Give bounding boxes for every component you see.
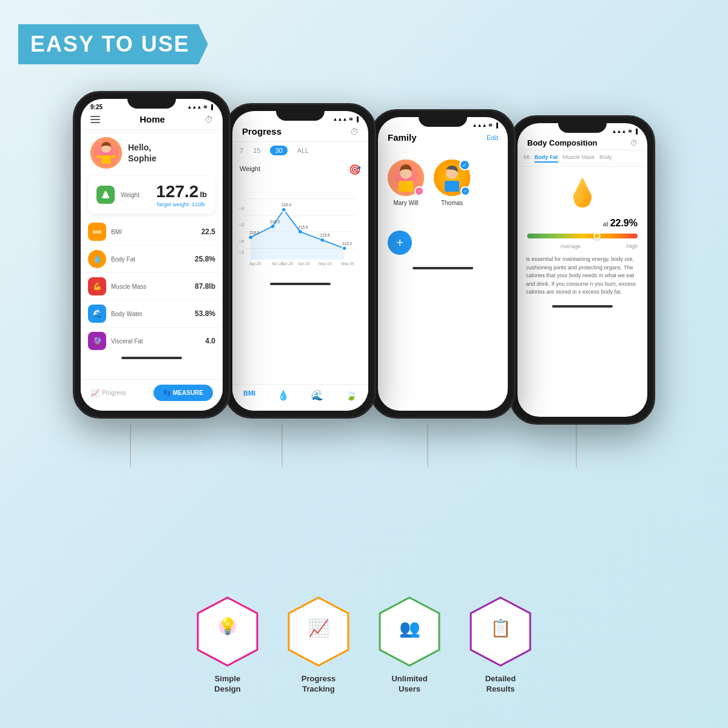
features-row: 💡 Simple Design 📈 ProgressTracking 👥 Unl… <box>30 595 698 695</box>
metrics-list: BMI BMI 22.5 💧 Body Fat 25.8% 💪 M <box>81 218 223 354</box>
mary-avatar-container: ♀ <box>388 160 424 196</box>
gauge-bar <box>527 234 638 238</box>
svg-point-10 <box>514 29 517 32</box>
svg-text:📈: 📈 <box>308 618 329 638</box>
bmi-icon: BMI <box>88 223 106 241</box>
signal-icon: ▲▲▲ <box>333 116 348 122</box>
unlimited-users-label: UnlimitedUsers <box>391 674 427 695</box>
svg-text:May-09: May-09 <box>341 261 354 266</box>
phone-4-notch <box>558 117 607 133</box>
phone-1-status-icons: ▲▲▲ ≋ ▐ <box>187 104 213 110</box>
progress-tracking-label: ProgressTracking <box>302 674 335 695</box>
wifi-icon: ≋ <box>203 104 207 110</box>
phone-2-header: Progress ⏱ <box>232 125 368 142</box>
svg-text:216.0: 216.0 <box>249 231 259 235</box>
body-fat-icon: 💧 <box>88 250 106 268</box>
gauge-labels: Average High <box>517 243 647 249</box>
phone-4-header: Body Composition ⏱ <box>517 137 647 150</box>
wifi-icon: ≋ <box>349 116 353 122</box>
edit-button[interactable]: Edit <box>487 134 498 141</box>
filter-7[interactable]: 7 <box>240 147 243 154</box>
water-nav-icon[interactable]: 🌊 <box>311 389 323 401</box>
svg-text:215.2: 215.2 <box>240 249 244 255</box>
svg-point-23 <box>104 191 107 194</box>
time-filter-bar: 7 15 30 ALL <box>232 142 368 159</box>
weight-card: Weight 127.2 lb Target weight: 110lb <box>88 176 215 214</box>
svg-text:Apr-25: Apr-25 <box>249 261 261 266</box>
muscle-icon: 💪 <box>88 277 106 295</box>
hamburger-menu[interactable] <box>90 116 100 123</box>
home-indicator-3 <box>413 267 473 269</box>
phone-1-title: Home <box>140 114 165 124</box>
muscle-mass-row: 💪 Muscle Mass 87.8lb <box>81 273 223 300</box>
home-indicator <box>121 357 182 359</box>
header-banner: EASY TO USE <box>18 24 208 64</box>
phone-family: 9:25 ▲▲▲ ≋ ▐ Family Edit <box>370 109 516 419</box>
gauge-low: Average <box>561 243 581 249</box>
female-badge: ♀ <box>414 186 424 196</box>
filter-30[interactable]: 30 <box>270 146 287 155</box>
greeting-text: Hello, Sophie <box>128 142 157 164</box>
phone-1-bottom-bar: 📈 Progress 👣 MEASURE <box>81 379 223 411</box>
svg-text:215.9: 215.9 <box>298 225 308 229</box>
battery-icon: ▐ <box>209 104 213 110</box>
progress-chart-area: Weight 🎯 216.4 216.0 215.8 215.2 <box>232 159 368 280</box>
body-fat-row: 💧 Body Fat 25.8% <box>81 246 223 273</box>
svg-text:216.0: 216.0 <box>270 220 280 224</box>
fat-nav-icon[interactable]: 💧 <box>277 389 289 401</box>
phone-2-notch <box>276 105 325 121</box>
tab-mi[interactable]: MI <box>524 154 530 163</box>
phone-1-screen: 9:25 ▲▲▲ ≋ ▐ Home ⏱ <box>81 99 223 411</box>
phone-4-screen: 9:25 ▲▲▲ ≋ ▐ Body Composition ⏱ MI Body … <box>517 123 647 417</box>
family-member-mary[interactable]: ♀ Mary Will <box>388 160 424 206</box>
phone-2-screen: 9:25 ▲▲▲ ≋ ▐ Progress ⏱ 7 15 30 ALL <box>232 111 368 411</box>
feature-simple-design: 💡 Simple Design <box>194 595 261 695</box>
svg-point-37 <box>342 246 346 251</box>
filter-15[interactable]: 15 <box>253 147 260 154</box>
easy-to-use-title: EASY TO USE <box>18 24 208 64</box>
fat-percentage: at 22.9% <box>517 218 647 229</box>
clock-icon: ⏱ <box>204 115 213 124</box>
body-water-row: 🌊 Body Water 53.8% <box>81 300 223 328</box>
svg-text:216.4: 216.4 <box>281 203 291 207</box>
muscle-nav-icon[interactable]: 🍃 <box>345 389 357 401</box>
svg-text:👥: 👥 <box>399 618 420 638</box>
thomas-avatar-container: ✓ ♂ <box>434 160 470 196</box>
unlimited-users-hexagon: 👥 <box>376 595 443 668</box>
signal-icon: ▲▲▲ <box>612 129 627 134</box>
signal-icon: ▲▲▲ <box>187 104 202 110</box>
phone-1-profile: Hello, Sophie <box>81 130 223 176</box>
svg-text:Apr-28: Apr-28 <box>281 261 294 266</box>
svg-rect-55 <box>445 181 459 192</box>
svg-text:215.2: 215.2 <box>342 241 352 246</box>
body-comp-description: is essential for maintaining energy, bod… <box>517 249 647 303</box>
filter-all[interactable]: ALL <box>297 147 309 154</box>
footprint-icon: 👣 <box>163 389 170 396</box>
fat-drop-icon <box>567 174 598 211</box>
gauge-indicator <box>593 232 601 240</box>
weight-chart: 216.4 216.0 215.8 215.2 216. <box>240 178 361 275</box>
family-member-thomas[interactable]: ✓ ♂ Thomas <box>434 160 470 206</box>
bmi-nav-icon[interactable]: BMI <box>243 389 255 401</box>
weight-icon <box>96 186 115 204</box>
tab-body[interactable]: Body <box>599 154 612 163</box>
signal-icon: ▲▲▲ <box>473 123 487 128</box>
simple-design-hexagon: 💡 <box>194 595 261 668</box>
home-indicator-2 <box>270 283 331 285</box>
svg-point-33 <box>271 224 274 228</box>
battery-icon: ▐ <box>634 129 638 134</box>
svg-point-35 <box>298 230 302 233</box>
progress-link[interactable]: 📈 Progress <box>90 389 126 397</box>
tab-body-fat[interactable]: Body Fat <box>534 154 558 163</box>
phones-container: 9:25 ▲▲▲ ≋ ▐ Home ⏱ <box>30 91 698 425</box>
phone-3-header: Family Edit <box>378 131 508 147</box>
measure-button[interactable]: 👣 MEASURE <box>153 385 213 401</box>
tab-muscle-mass[interactable]: Muscle Mass <box>563 154 595 163</box>
visceral-fat-icon: 🔮 <box>88 332 106 350</box>
phone-3-notch <box>419 111 467 127</box>
add-member-button[interactable]: + <box>388 231 412 255</box>
body-water-icon: 🌊 <box>88 305 106 323</box>
checkmark-badge: ✓ <box>459 160 470 170</box>
weight-label: Weight <box>121 192 140 198</box>
svg-text:💡: 💡 <box>218 616 238 636</box>
